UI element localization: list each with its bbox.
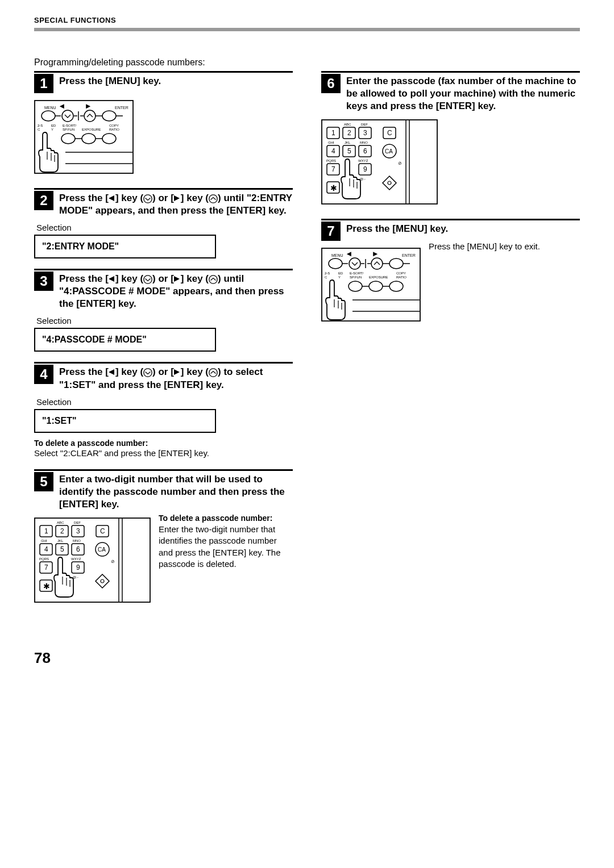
right-column: 6 Enter the passcode (fax number of the … [321, 71, 580, 615]
svg-text:RATIO: RATIO [396, 276, 406, 279]
step-number: 1 [34, 74, 53, 93]
keypad-diagram: ABC DEF 1 2 3 C GHI JKL MNO 4 5 6 CA PQR… [321, 119, 438, 205]
header-rule [34, 28, 580, 31]
svg-text:SP.FUN: SP.FUN [350, 276, 362, 279]
step-5: 5 Enter a two-digit number that will be … [34, 472, 293, 605]
step-text: Enter the passcode (fax number of the ma… [346, 74, 580, 112]
selection-display: "1:SET" [34, 409, 216, 433]
down-circle-icon [143, 368, 152, 377]
page-header: SPECIAL FUNCTIONS [34, 16, 580, 24]
svg-text:7: 7 [331, 165, 335, 173]
svg-text:4: 4 [331, 147, 335, 155]
step-text: Press the [] key () or [] key () until "… [59, 272, 293, 310]
svg-text:9: 9 [76, 564, 80, 571]
down-circle-icon [143, 275, 152, 284]
step-number: 5 [34, 472, 53, 491]
svg-text:2-S: 2-S [38, 124, 43, 127]
svg-text:Y: Y [338, 276, 341, 279]
keypad-diagram: ABC DEF 1 2 3 C GHI JKL MNO 4 5 [34, 518, 151, 603]
svg-text:MENU: MENU [44, 106, 56, 110]
divider [34, 269, 293, 270]
svg-text:⊘: ⊘ [111, 559, 115, 564]
divider [321, 71, 580, 73]
svg-text:MNO: MNO [360, 141, 368, 144]
selection-label: Selection [36, 397, 293, 407]
step-3: 3 Press the [] key () or [] key () until… [34, 272, 293, 352]
note-title: To delete a passcode number: [34, 439, 293, 448]
step-7: 7 Press the [MENU] key. MENU ENTER [321, 222, 580, 324]
control-panel-diagram: MENU ENTER [34, 100, 134, 174]
svg-text:DEF: DEF [74, 521, 81, 524]
selection-display: "2:ENTRY MODE" [34, 235, 216, 258]
svg-text:5: 5 [347, 147, 351, 155]
step-text: Press the [MENU] key. [346, 222, 448, 235]
svg-text:JKL: JKL [345, 141, 351, 144]
svg-text:ABC: ABC [57, 521, 64, 524]
step-text: Press the [MENU] key. [59, 74, 161, 87]
svg-text:3: 3 [363, 129, 367, 137]
svg-text:E-SORT/: E-SORT/ [63, 124, 77, 127]
svg-text:MNO: MNO [73, 539, 81, 542]
up-circle-icon [209, 194, 218, 203]
svg-text:6: 6 [363, 147, 367, 155]
svg-text:1: 1 [331, 129, 335, 137]
svg-text:3: 3 [76, 527, 80, 535]
step-6: 6 Enter the passcode (fax number of the … [321, 74, 580, 208]
svg-text:MENU: MENU [331, 253, 343, 257]
down-circle-icon [143, 194, 152, 203]
svg-text:ED: ED [51, 124, 56, 127]
step-text: Press the [] key () or [] key () until "… [59, 191, 293, 217]
svg-text:COPY: COPY [109, 124, 119, 127]
page-number: 78 [34, 649, 580, 667]
svg-text:2-S: 2-S [325, 272, 330, 275]
svg-text:Y: Y [51, 128, 53, 131]
step-number: 6 [321, 74, 341, 93]
svg-text:⊘: ⊘ [398, 161, 402, 166]
svg-text:PQRS: PQRS [39, 557, 49, 561]
svg-text:PQRS: PQRS [326, 159, 336, 162]
svg-text:2: 2 [60, 527, 64, 535]
svg-text:GHI: GHI [41, 539, 47, 542]
selection-label: Selection [36, 223, 293, 232]
svg-text:C: C [387, 129, 392, 137]
note-title: To delete a passcode number: [159, 513, 293, 524]
svg-text:E-SORT/: E-SORT/ [350, 272, 364, 275]
divider [34, 188, 293, 190]
up-circle-icon [209, 368, 218, 377]
step-text: Press the [] key () or [] key () to sele… [59, 365, 293, 391]
svg-text:C: C [38, 128, 40, 131]
svg-text:EXPOSURE: EXPOSURE [369, 276, 388, 279]
svg-text:6: 6 [76, 545, 80, 553]
step-1: 1 Press the [MENU] key. MENU ENTER [34, 74, 293, 178]
right-arrow-icon [174, 195, 181, 202]
left-arrow-icon [109, 276, 115, 282]
control-panel-diagram: MENU ENTER [321, 248, 421, 322]
selection-display: "4:PASSCODE # MODE" [34, 328, 216, 352]
step-number: 7 [321, 222, 341, 241]
left-arrow-icon [109, 195, 115, 202]
svg-text:ABC: ABC [344, 123, 351, 126]
divider [34, 469, 293, 471]
svg-text:2: 2 [347, 129, 351, 137]
svg-text:CA: CA [385, 148, 393, 155]
divider [321, 219, 580, 220]
svg-text:C: C [325, 276, 327, 279]
step-2: 2 Press the [] key () or [] key () until… [34, 191, 293, 258]
svg-text:RATIO: RATIO [109, 128, 119, 131]
step-number: 4 [34, 365, 53, 384]
svg-text:COPY: COPY [396, 272, 406, 275]
svg-text:ENTER: ENTER [115, 106, 128, 110]
svg-text:SP.FUN: SP.FUN [63, 128, 74, 131]
svg-text:GHI: GHI [328, 141, 334, 144]
svg-text:9: 9 [363, 165, 367, 173]
right-arrow-icon [174, 276, 181, 282]
svg-text:JKL: JKL [57, 539, 64, 542]
svg-text:5: 5 [60, 545, 64, 553]
step-4: 4 Press the [] key () or [] key () to se… [34, 365, 293, 458]
svg-text:CA: CA [98, 546, 106, 553]
left-column: 1 Press the [MENU] key. MENU ENTER [34, 71, 293, 615]
svg-text:EXPOSURE: EXPOSURE [82, 128, 101, 131]
note-body: Enter the two-digit number that identifi… [159, 524, 293, 570]
svg-text:✱: ✱ [43, 582, 50, 591]
divider [34, 71, 293, 73]
